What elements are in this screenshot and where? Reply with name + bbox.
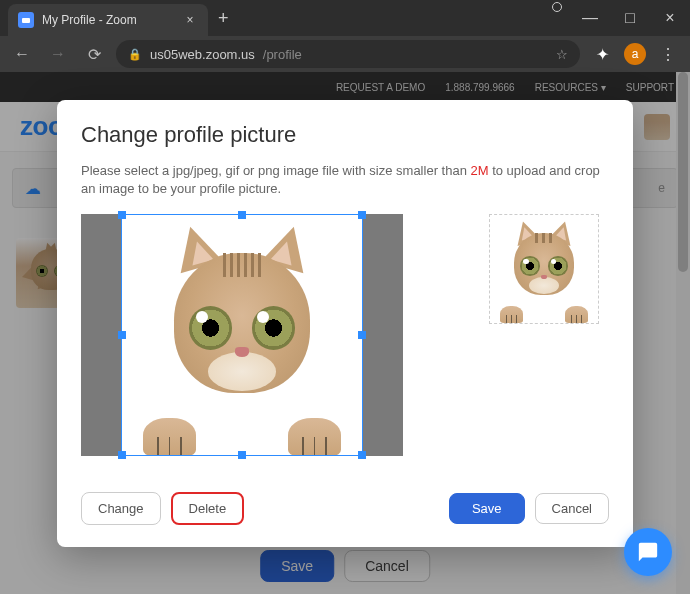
tab-title: My Profile - Zoom	[42, 13, 137, 27]
address-bar: ← → ⟳ 🔒 us05web.zoom.us/profile ☆ ✦ a ⋮	[0, 36, 690, 72]
extensions-icon[interactable]: ✦	[588, 45, 616, 64]
crop-handle-br[interactable]	[358, 451, 366, 459]
minimize-button[interactable]: —	[570, 2, 610, 34]
zoom-favicon	[18, 12, 34, 28]
crop-handle-bm[interactable]	[238, 451, 246, 459]
crop-handle-bl[interactable]	[118, 451, 126, 459]
browser-tab-strip: My Profile - Zoom × + — □ ×	[0, 0, 690, 36]
crop-area[interactable]	[81, 214, 403, 456]
maximize-button[interactable]: □	[610, 2, 650, 34]
url-path: /profile	[263, 47, 302, 62]
modal-overlay: Change profile picture Please select a j…	[0, 72, 690, 594]
crop-handle-mr[interactable]	[358, 331, 366, 339]
forward-button[interactable]: →	[44, 45, 72, 63]
delete-button[interactable]: Delete	[171, 492, 245, 525]
crop-preview	[489, 214, 599, 324]
url-host: us05web.zoom.us	[150, 47, 255, 62]
window-controls: — □ ×	[552, 2, 690, 34]
chat-fab[interactable]	[624, 528, 672, 576]
change-button[interactable]: Change	[81, 492, 161, 525]
reload-button[interactable]: ⟳	[80, 45, 108, 64]
crop-handle-tl[interactable]	[118, 211, 126, 219]
close-window-button[interactable]: ×	[650, 2, 690, 34]
new-tab-button[interactable]: +	[208, 8, 239, 29]
modal-actions: Change Delete Save Cancel	[81, 492, 609, 525]
modal-save-button[interactable]: Save	[449, 493, 525, 524]
size-limit: 2M	[470, 163, 488, 178]
back-button[interactable]: ←	[8, 45, 36, 63]
chrome-profile-avatar[interactable]: a	[624, 43, 646, 65]
close-tab-icon[interactable]: ×	[182, 13, 198, 27]
change-profile-picture-modal: Change profile picture Please select a j…	[57, 100, 633, 547]
crop-handle-tr[interactable]	[358, 211, 366, 219]
chrome-menu-button[interactable]: ⋮	[654, 45, 682, 64]
modal-title: Change profile picture	[81, 122, 609, 148]
bookmark-star-icon[interactable]: ☆	[556, 47, 568, 62]
modal-cancel-button[interactable]: Cancel	[535, 493, 609, 524]
modal-help-text: Please select a jpg/jpeg, gif or png ima…	[81, 162, 609, 198]
chat-icon	[637, 541, 659, 563]
record-icon[interactable]	[552, 2, 562, 12]
browser-tab[interactable]: My Profile - Zoom ×	[8, 4, 208, 36]
crop-handle-ml[interactable]	[118, 331, 126, 339]
url-field[interactable]: 🔒 us05web.zoom.us/profile ☆	[116, 40, 580, 68]
lock-icon: 🔒	[128, 48, 142, 61]
crop-selection[interactable]	[121, 214, 363, 456]
crop-handle-tm[interactable]	[238, 211, 246, 219]
